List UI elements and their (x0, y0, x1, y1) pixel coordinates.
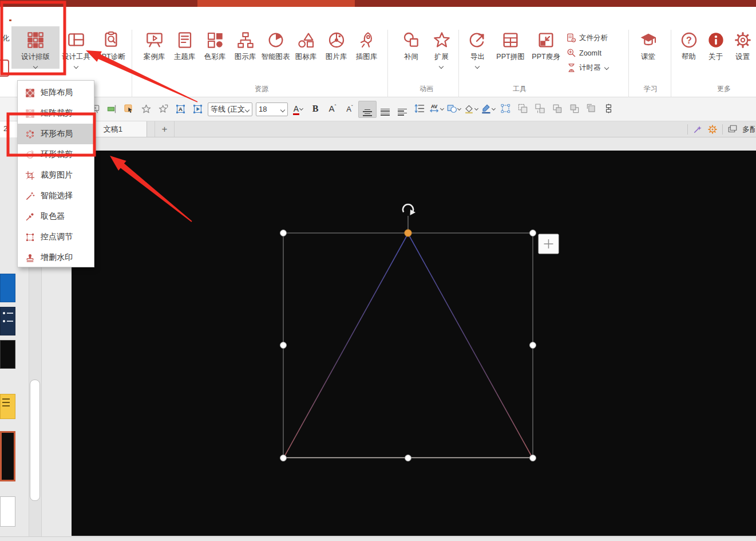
toolbar-button[interactable] (411, 101, 428, 117)
document-tab-bar: 文稿1 + 多配 (42, 121, 756, 137)
ribbon-button[interactable]: 案例库 (139, 26, 169, 62)
ribbon-button[interactable]: ? 帮助 (675, 26, 702, 62)
timer-icon (567, 63, 576, 73)
multi-window-icon[interactable] (727, 124, 738, 135)
ribbon-button[interactable]: 色彩库 (200, 26, 230, 62)
align-left-icon (398, 101, 407, 116)
toolbar-button[interactable]: AV (428, 101, 445, 117)
workspace (0, 137, 756, 541)
toolbar-button[interactable] (497, 101, 514, 117)
toolbar-button[interactable] (548, 101, 565, 117)
menu-item[interactable]: 取色器 (18, 206, 94, 227)
toolbar-button[interactable] (565, 101, 583, 117)
toolbar-button[interactable] (394, 101, 411, 117)
toolbar-button[interactable] (600, 101, 617, 117)
ribbon-tab-row (0, 7, 756, 26)
chevron-down-icon (458, 107, 461, 110)
menu-item[interactable]: 裁剪图片 (18, 165, 94, 185)
toolbar-button[interactable]: Aˇ (341, 101, 358, 117)
toolbar-button[interactable]: B (307, 101, 324, 117)
star-outline-icon (141, 104, 152, 114)
toolbar-button[interactable] (462, 101, 480, 117)
new-document-tab-button[interactable]: + (155, 121, 175, 137)
ribbon-button[interactable]: 课堂 (633, 26, 663, 62)
font-size-select[interactable]: 18 (256, 102, 288, 116)
ribbon-button[interactable]: 化 (0, 26, 11, 44)
ribbon-button[interactable]: 图片库 (321, 26, 351, 62)
menu-wand-icon (25, 191, 35, 201)
send-backward-icon (569, 103, 580, 114)
ribbon-button[interactable]: 插图库 (351, 26, 382, 62)
slide-thumbnail[interactable] (0, 394, 15, 419)
ribbon-button[interactable]: 补间 (396, 26, 426, 62)
font-name-select[interactable]: 等线 (正文 (208, 102, 252, 116)
ribbon-button[interactable]: 主题库 (169, 26, 200, 62)
toolbar-button[interactable] (120, 101, 137, 117)
design-layout-dropdown-menu: 矩阵布局 矩阵裁剪 环形布局 环形裁剪 裁剪图片 智能选择 取色器 控点调节 增… (17, 80, 94, 267)
toolbar-button[interactable] (531, 101, 548, 117)
ribbon-button[interactable]: 关于 (702, 26, 729, 62)
toolbar-button[interactable] (189, 101, 206, 117)
ribbon-small-button[interactable]: 文件分析 (567, 31, 609, 45)
ribbon-button[interactable]: 导出 (462, 26, 493, 69)
grad-cap-icon (639, 31, 658, 49)
toolbar-button[interactable] (358, 101, 377, 118)
fill-color-icon (464, 103, 474, 114)
grid9-large-icon (26, 31, 45, 49)
gear-orange-icon[interactable] (707, 124, 718, 135)
ribbon-group-resources: 案例库 主题库 色彩库 图示库 智能图表 (139, 26, 384, 96)
ribbon-button[interactable]: PPT诊断 (93, 26, 129, 62)
toolbar-button[interactable]: A (290, 101, 307, 117)
window-titlebar (0, 0, 756, 7)
status-bar (0, 536, 756, 541)
slide-canvas[interactable] (72, 151, 756, 536)
ribbon-button[interactable]: 设计排版 (11, 26, 60, 69)
toolbar-button[interactable] (103, 101, 120, 117)
ribbon-button[interactable]: 图示库 (230, 26, 260, 62)
menu-item[interactable]: 环形布局 (18, 124, 94, 144)
menu-item[interactable]: 控点调节 (18, 227, 94, 247)
ribbon-group-label: 学习 (633, 84, 668, 94)
help-circle-icon: ? (680, 31, 698, 49)
menu-item[interactable]: 智能选择 (18, 185, 94, 206)
menu-item[interactable]: 矩阵裁剪 (18, 103, 94, 124)
pie-chart-icon (267, 31, 285, 49)
ribbon-button[interactable]: PPT瘦身 (528, 26, 564, 62)
menu-item[interactable]: 矩阵布局 (18, 82, 94, 103)
thumbnail-scrollbar-thumb[interactable] (30, 380, 40, 501)
toolbar-button[interactable] (514, 101, 531, 117)
toolbar-button[interactable] (137, 101, 155, 117)
ribbon-button[interactable]: 设置 (729, 26, 756, 62)
ribbon-button[interactable]: 扩展 (426, 26, 457, 69)
slide-thumbnail[interactable] (0, 431, 15, 481)
ribbon-button[interactable]: 设计工具 (60, 26, 93, 69)
slide-thumbnail[interactable] (0, 340, 15, 369)
ribbon-small-button[interactable]: 计时器 (567, 61, 609, 74)
org-chart-icon (236, 31, 255, 49)
slide-thumbnail[interactable] (0, 274, 15, 302)
slide-thumbnail[interactable] (0, 496, 15, 527)
menu-ring-faded-icon (25, 150, 35, 160)
toolbar-button[interactable] (480, 101, 497, 117)
toolbar-button[interactable]: Aˆ (324, 101, 341, 117)
zoomit-icon (567, 48, 576, 58)
ribbon-small-button[interactable]: ZoomIt (567, 46, 609, 60)
toolbar-button[interactable] (445, 101, 462, 117)
toolbar-button[interactable] (583, 101, 600, 117)
ribbon-button[interactable]: 图标库 (291, 26, 321, 62)
toolbar-button[interactable]: A (172, 101, 189, 117)
toolbar-button[interactable] (155, 101, 172, 117)
menu-crop-icon (25, 171, 35, 180)
chevron-down-icon (475, 107, 478, 110)
menu-item[interactable]: 增删水印 (18, 247, 94, 268)
line-spacing-icon (414, 103, 425, 114)
ribbon-group-more: ? 帮助 关于 设置 更多 (675, 26, 756, 96)
ungroup-icon (535, 103, 545, 114)
magic-wand-icon[interactable] (692, 124, 703, 135)
group-icon (517, 103, 528, 114)
toolbar-button[interactable] (377, 101, 394, 117)
ribbon-button[interactable]: PPT拼图 (493, 26, 528, 62)
menu-item[interactable]: 环形裁剪 (18, 144, 94, 165)
slide-thumbnail[interactable] (0, 307, 15, 335)
ribbon-button[interactable]: 智能图表 (260, 26, 291, 62)
